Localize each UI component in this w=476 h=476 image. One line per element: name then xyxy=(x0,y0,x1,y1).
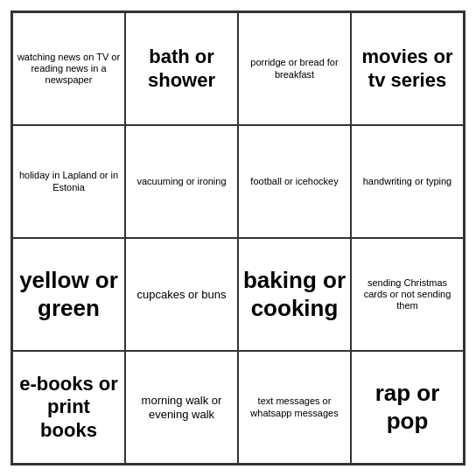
bingo-cell-r2c2: baking or cooking xyxy=(238,238,351,351)
bingo-cell-r2c1: cupcakes or buns xyxy=(125,238,238,351)
bingo-cell-r1c2: football or icehockey xyxy=(238,125,351,238)
bingo-cell-r1c0: holiday in Lapland or in Estonia xyxy=(12,125,125,238)
bingo-cell-r3c1: morning walk or evening walk xyxy=(125,351,238,464)
bingo-cell-r3c3: rap or pop xyxy=(351,351,464,464)
bingo-cell-r0c3: movies or tv series xyxy=(351,12,464,125)
bingo-cell-r2c3: sending Christmas cards or not sending t… xyxy=(351,238,464,351)
bingo-cell-r0c0: watching news on TV or reading news in a… xyxy=(12,12,125,125)
bingo-grid: watching news on TV or reading news in a… xyxy=(10,10,466,466)
bingo-cell-r2c0: yellow or green xyxy=(12,238,125,351)
bingo-cell-r0c1: bath or shower xyxy=(125,12,238,125)
bingo-cell-r0c2: porridge or bread for breakfast xyxy=(238,12,351,125)
bingo-cell-r1c3: handwriting or typing xyxy=(351,125,464,238)
bingo-cell-r3c0: e-books or print books xyxy=(12,351,125,464)
bingo-cell-r1c1: vacuuming or ironing xyxy=(125,125,238,238)
bingo-cell-r3c2: text messages or whatsapp messages xyxy=(238,351,351,464)
